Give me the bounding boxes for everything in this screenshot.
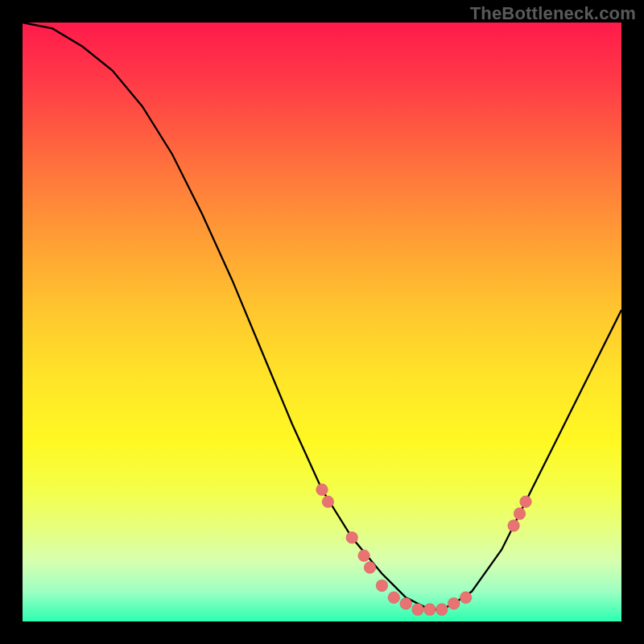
chart-frame: TheBottleneck.com — [0, 0, 644, 644]
chart-svg — [23, 23, 621, 621]
data-point — [316, 484, 328, 496]
data-point — [460, 592, 472, 604]
data-point — [322, 496, 334, 508]
data-point — [514, 508, 526, 520]
data-point — [376, 580, 388, 592]
data-points-group — [316, 484, 532, 616]
chart-plot-area — [23, 23, 621, 621]
data-point — [508, 520, 520, 532]
data-point — [400, 597, 412, 609]
data-point — [358, 550, 370, 562]
data-point — [520, 496, 532, 508]
data-point — [436, 604, 448, 616]
data-point — [346, 531, 358, 543]
data-point — [412, 604, 424, 616]
bottleneck-curve — [23, 23, 621, 609]
data-point — [388, 592, 400, 604]
data-point — [364, 562, 376, 574]
data-point — [448, 597, 460, 609]
data-point — [423, 604, 436, 616]
watermark-text: TheBottleneck.com — [470, 3, 636, 24]
